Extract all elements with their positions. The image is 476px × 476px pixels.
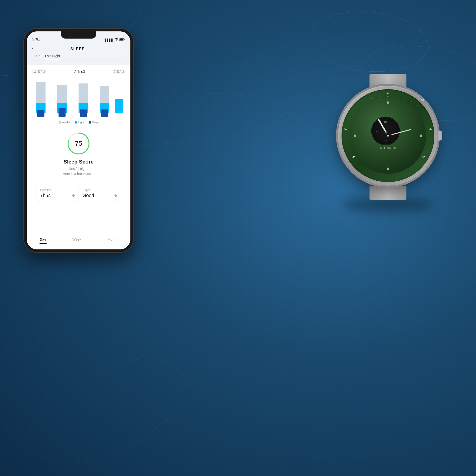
- nav-week[interactable]: Week: [72, 237, 81, 245]
- light-label: Light: [78, 121, 84, 124]
- svg-rect-6: [36, 82, 46, 103]
- light-color: [75, 121, 77, 123]
- status-time: 9:41: [32, 37, 40, 42]
- band-bot-3: [370, 186, 407, 200]
- signal-icon: ▋▋▋▋: [105, 38, 113, 42]
- svg-point-27: [388, 96, 389, 97]
- score-label: Sleep Score: [64, 159, 94, 165]
- watch-dial: 100 60 20 60 40: [350, 98, 426, 174]
- depth-row: Good: [83, 193, 117, 198]
- legend-awake: Awake: [59, 121, 70, 124]
- score-section: 75 Sleep Score Restful night. Here is a …: [27, 127, 130, 181]
- hour-marker-12: [387, 102, 389, 104]
- duration-status-dot: [72, 194, 75, 197]
- page-title: SLEEP: [70, 47, 85, 51]
- sleep-duration: 7h54: [73, 68, 85, 75]
- phone-screen: 9:41 ▋▋▋▋: [27, 32, 130, 249]
- svg-rect-14: [115, 99, 123, 113]
- sleep-time-header: 11:49PM 7h54 7:45AM: [27, 65, 130, 77]
- svg-point-33: [372, 98, 372, 99]
- svg-text:20: 20: [429, 127, 432, 130]
- svg-rect-17: [80, 109, 87, 117]
- sleep-content: 11:49PM 7h54 7:45AM: [27, 65, 130, 233]
- deep-color: [89, 121, 91, 123]
- svg-point-30: [411, 101, 412, 102]
- hour-marker-9: [354, 135, 356, 137]
- svg-text:60: 60: [376, 130, 378, 133]
- legend-light: Light: [75, 121, 84, 124]
- svg-text:50: 50: [344, 127, 347, 130]
- score-desc-line1: Restful night.: [69, 167, 88, 171]
- score-desc-line2: Here is a breakdown:: [63, 172, 94, 176]
- score-number: 75: [67, 132, 90, 155]
- wifi-icon: [115, 38, 118, 42]
- breakdown-section: Duration 7h54 Depth Good: [36, 185, 121, 202]
- sleep-chart: [27, 77, 130, 120]
- score-description: Restful night. Here is a breakdown:: [63, 166, 94, 176]
- svg-point-31: [417, 105, 418, 106]
- svg-text:20: 20: [385, 139, 387, 141]
- phone-body: 9:41 ▋▋▋▋: [24, 29, 133, 252]
- watch-crown: [438, 131, 442, 140]
- breakdown-duration: Duration 7h54: [36, 185, 79, 202]
- depth-label: Depth: [83, 188, 117, 192]
- watch-center-dot: [387, 135, 389, 136]
- svg-rect-15: [37, 110, 45, 117]
- breakdown-depth: Depth Good: [79, 185, 121, 202]
- tab-prev[interactable]: 11th: [34, 54, 40, 60]
- svg-rect-18: [101, 109, 108, 117]
- duration-row: 7h54: [40, 193, 75, 198]
- deep-label: Deep: [92, 121, 99, 124]
- svg-rect-2: [124, 39, 125, 40]
- phone-notch: [61, 32, 96, 38]
- more-button[interactable]: ···: [122, 46, 126, 51]
- sleep-start-time: 11:49PM: [32, 69, 47, 74]
- svg-text:100: 100: [384, 121, 387, 123]
- tab-last-night[interactable]: Last Night: [45, 54, 60, 60]
- breakdown-container: Duration 7h54 Depth Good: [27, 181, 130, 206]
- svg-point-29: [404, 98, 405, 99]
- svg-rect-8: [79, 83, 88, 103]
- app-header: ‹ SLEEP ··· 11th Last Night: [27, 43, 130, 60]
- bottom-nav: Day Week Month: [27, 233, 130, 249]
- duration-value: 7h54: [40, 193, 51, 198]
- legend-deep: Deep: [89, 121, 99, 124]
- svg-text:60: 60: [393, 130, 395, 133]
- hour-marker-6: [387, 168, 389, 170]
- svg-point-28: [396, 97, 397, 97]
- depth-value: Good: [83, 193, 94, 198]
- tab-row: 11th Last Night: [32, 54, 126, 60]
- depth-status-dot: [115, 194, 117, 197]
- watch-body: ▼ 10 20 30 40 50: [319, 67, 457, 205]
- svg-text:▼: ▼: [386, 91, 390, 95]
- hour-marker-3: [420, 135, 422, 137]
- svg-text:10: 10: [421, 99, 424, 102]
- svg-rect-9: [100, 86, 109, 103]
- awake-label: Awake: [62, 121, 70, 124]
- header-row: ‹ SLEEP ···: [32, 46, 126, 52]
- svg-text:30: 30: [422, 156, 425, 159]
- water-ripple-3: [14, 338, 200, 476]
- watch: ▼ 10 20 30 40 50: [319, 67, 457, 205]
- watch-case: ▼ 10 20 30 40 50: [338, 86, 438, 186]
- chart-legend: Awake Light Deep: [27, 120, 130, 127]
- watch-brand: WITHINGS: [380, 147, 396, 150]
- svg-point-32: [379, 97, 380, 97]
- awake-color: [59, 121, 61, 123]
- watch-bezel: ▼ 10 20 30 40 50: [341, 89, 434, 182]
- battery-icon: [119, 38, 125, 42]
- score-circle: 75: [67, 132, 90, 155]
- back-button[interactable]: ‹: [32, 46, 33, 52]
- duration-label: Duration: [40, 188, 75, 192]
- svg-rect-16: [59, 108, 66, 117]
- svg-rect-1: [120, 39, 123, 41]
- svg-rect-7: [57, 85, 67, 103]
- nav-day[interactable]: Day: [40, 237, 46, 245]
- sleep-end-time: 7:45AM: [112, 69, 126, 74]
- status-icons: ▋▋▋▋: [105, 38, 125, 42]
- nav-month[interactable]: Month: [108, 237, 118, 245]
- phone: 9:41 ▋▋▋▋: [24, 29, 133, 252]
- svg-text:40: 40: [353, 156, 355, 159]
